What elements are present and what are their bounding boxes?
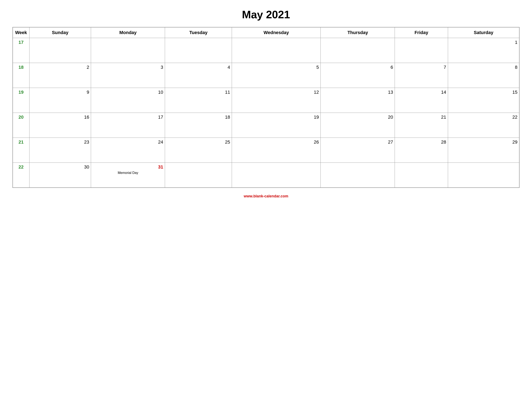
day-number: 19 — [234, 115, 319, 120]
day-number: 25 — [167, 139, 230, 145]
day-number: 6 — [322, 65, 393, 70]
day-cell: 21 — [395, 113, 448, 138]
day-cell — [165, 163, 232, 188]
week-row: 199101112131415 — [13, 88, 519, 113]
day-cell — [29, 38, 91, 63]
footer-link[interactable]: www.blank-calendar.com — [244, 194, 288, 198]
day-cell: 4 — [165, 63, 232, 88]
day-cell: 18 — [165, 113, 232, 138]
week-row: 223031Memorial Day — [13, 163, 519, 188]
day-number: 18 — [167, 115, 230, 120]
header-tuesday: Tuesday — [165, 27, 232, 38]
day-number: 5 — [234, 65, 319, 70]
day-number: 3 — [93, 65, 163, 70]
day-number: 28 — [397, 139, 446, 145]
calendar-table: WeekSundayMondayTuesdayWednesdayThursday… — [12, 27, 520, 188]
week-row: 2016171819202122 — [13, 113, 519, 138]
week-number: 19 — [13, 88, 29, 113]
week-number: 20 — [13, 113, 29, 138]
day-cell — [165, 38, 232, 63]
header-monday: Monday — [91, 27, 165, 38]
day-cell: 11 — [165, 88, 232, 113]
footer: www.blank-calendar.com — [244, 194, 288, 199]
day-number: 11 — [167, 90, 230, 95]
day-number: 21 — [397, 115, 446, 120]
week-row: 2123242526272829 — [13, 138, 519, 163]
day-number: 23 — [31, 139, 89, 145]
day-cell: 1 — [448, 38, 519, 63]
day-cell: 22 — [448, 113, 519, 138]
day-number: 17 — [93, 115, 163, 120]
day-number: 22 — [450, 115, 517, 120]
day-cell — [91, 38, 165, 63]
header-wednesday: Wednesday — [232, 27, 321, 38]
day-cell: 5 — [232, 63, 321, 88]
day-cell — [232, 163, 321, 188]
day-cell: 15 — [448, 88, 519, 113]
day-cell — [321, 38, 395, 63]
week-number: 18 — [13, 63, 29, 88]
day-number: 16 — [31, 115, 89, 120]
day-cell: 23 — [29, 138, 91, 163]
day-cell: 28 — [395, 138, 448, 163]
day-number: 7 — [397, 65, 446, 70]
day-number: 30 — [31, 164, 89, 170]
day-cell: 29 — [448, 138, 519, 163]
day-number: 31 — [93, 164, 163, 170]
week-number: 21 — [13, 138, 29, 163]
day-cell: 17 — [91, 113, 165, 138]
day-number: 29 — [450, 139, 517, 145]
day-cell — [232, 38, 321, 63]
day-number: 10 — [93, 90, 163, 95]
day-number: 4 — [167, 65, 230, 70]
header-thursday: Thursday — [321, 27, 395, 38]
day-cell — [448, 163, 519, 188]
day-number: 15 — [450, 90, 517, 95]
day-cell: 2 — [29, 63, 91, 88]
day-cell: 30 — [29, 163, 91, 188]
week-row: 182345678 — [13, 63, 519, 88]
day-cell: 6 — [321, 63, 395, 88]
day-cell: 13 — [321, 88, 395, 113]
day-cell: 27 — [321, 138, 395, 163]
day-number: 26 — [234, 139, 319, 145]
header-week: Week — [13, 27, 29, 38]
day-number: 1 — [450, 40, 517, 45]
day-number: 8 — [450, 65, 517, 70]
day-number: 2 — [31, 65, 89, 70]
holiday-label: Memorial Day — [93, 171, 163, 175]
day-cell — [395, 38, 448, 63]
day-cell: 7 — [395, 63, 448, 88]
day-cell: 31Memorial Day — [91, 163, 165, 188]
day-cell: 24 — [91, 138, 165, 163]
day-cell: 10 — [91, 88, 165, 113]
day-number: 9 — [31, 90, 89, 95]
day-number: 24 — [93, 139, 163, 145]
header-row: WeekSundayMondayTuesdayWednesdayThursday… — [13, 27, 519, 38]
day-cell: 20 — [321, 113, 395, 138]
week-number: 22 — [13, 163, 29, 188]
day-cell: 9 — [29, 88, 91, 113]
day-number: 13 — [322, 90, 393, 95]
day-cell — [321, 163, 395, 188]
day-cell: 12 — [232, 88, 321, 113]
day-cell: 3 — [91, 63, 165, 88]
day-number: 12 — [234, 90, 319, 95]
week-row: 171 — [13, 38, 519, 63]
day-cell: 14 — [395, 88, 448, 113]
header-sunday: Sunday — [29, 27, 91, 38]
day-cell: 26 — [232, 138, 321, 163]
day-cell: 25 — [165, 138, 232, 163]
day-cell: 16 — [29, 113, 91, 138]
day-number: 20 — [322, 115, 393, 120]
page-title: May 2021 — [242, 8, 290, 21]
day-cell: 8 — [448, 63, 519, 88]
day-number: 27 — [322, 139, 393, 145]
week-number: 17 — [13, 38, 29, 63]
header-saturday: Saturday — [448, 27, 519, 38]
day-cell: 19 — [232, 113, 321, 138]
day-cell — [395, 163, 448, 188]
header-friday: Friday — [395, 27, 448, 38]
day-number: 14 — [397, 90, 446, 95]
